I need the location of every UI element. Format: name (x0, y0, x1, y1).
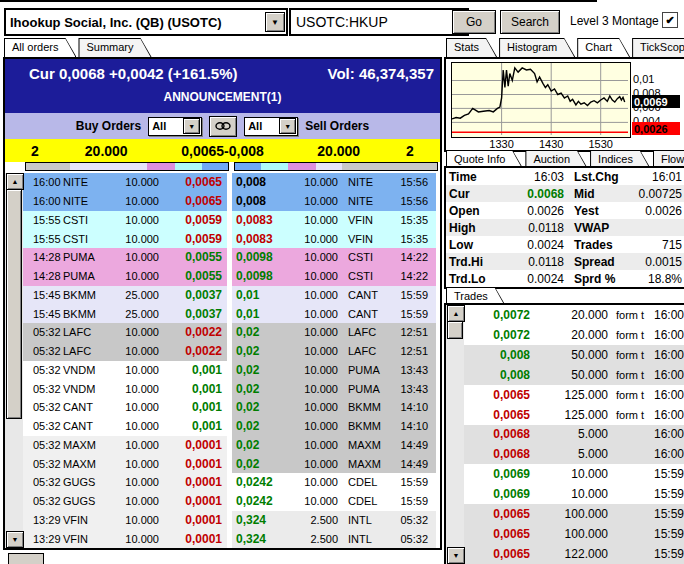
ask-side: 0,0210.000MAXM14:49 (232, 454, 436, 473)
trade-price: 0,0069 (464, 487, 530, 501)
trade-time: 15:59:58 (654, 527, 684, 541)
quote-field-label: Time (446, 170, 502, 184)
depth-color-segment (235, 163, 261, 170)
buy-order-count: 2 (5, 143, 65, 159)
order-book-row[interactable]: 14:28PUMA10.0000,00550,009810.000CSTI14:… (23, 267, 440, 286)
tab-stats[interactable]: Stats (446, 38, 497, 57)
tab-chart[interactable]: Chart (577, 38, 630, 57)
link-filters-button[interactable] (209, 116, 237, 137)
buy-filter-select[interactable]: All ▼ (148, 117, 202, 136)
symbol-select[interactable]: Ihookup Social, Inc. (QB) (USOTC) ▼ (4, 8, 288, 36)
ask-price: 0,0083 (232, 232, 294, 246)
trade-row[interactable]: 0,0065100.00015:59:58 (464, 524, 684, 544)
scrollbar-thumb[interactable] (447, 321, 463, 339)
ask-time: 15:59 (394, 476, 436, 488)
search-button[interactable]: Search (500, 10, 560, 34)
chevron-down-icon[interactable]: ▼ (265, 12, 285, 32)
trade-row[interactable]: 0,00685.00016:00:00 (464, 444, 684, 464)
bid-market-maker: VFIN (63, 514, 109, 526)
order-book-row[interactable]: 05:32GUGS10.0000,00010,024210.000CDEL15:… (23, 492, 440, 511)
tab-tickscope[interactable]: TickScope (632, 38, 684, 57)
trade-row[interactable]: 0,0065100.00015:59:58 (464, 504, 684, 524)
trade-row[interactable]: 0,0065125.000form t16:00:07 (464, 385, 684, 405)
bid-side: 05:32LAFC10.0000,0022 (23, 342, 227, 361)
trade-time: 15:59:58 (654, 507, 684, 521)
ask-market-maker: VFIN (344, 214, 394, 226)
tab-summary[interactable]: Summary (78, 38, 151, 57)
trade-row[interactable]: 0,007220.000form t16:00:26 (464, 305, 684, 325)
symbol-input[interactable] (289, 8, 469, 36)
chevron-down-icon[interactable]: ▼ (183, 118, 200, 134)
bid-price: 0,0059 (165, 232, 227, 246)
order-book-row[interactable]: 14:28PUMA10.0000,00550,009810.000CSTI14:… (23, 248, 440, 267)
order-book-row[interactable]: 05:32GUGS10.0000,00010,024210.000CDEL15:… (23, 473, 440, 492)
order-book-row[interactable]: 05:32CANT10.0000,0010,0210.000BKMM14:10 (23, 398, 440, 417)
scroll-down-button[interactable]: ▼ (6, 531, 24, 548)
bid-market-maker: VNDM (63, 364, 109, 376)
ask-side: 0,0210.000LAFC12:51 (232, 323, 436, 342)
scroll-up-button[interactable]: ▲ (6, 173, 24, 190)
order-book-row[interactable]: 13:29VFIN10.0000,00010,3242.500INTL05:32 (23, 511, 440, 530)
bid-side: 15:55CSTI10.0000,0059 (23, 229, 227, 248)
go-button[interactable]: Go (452, 10, 496, 34)
montage-scrollbar[interactable]: ▲ ▼ (5, 173, 23, 548)
trade-size: 125.000 (530, 388, 610, 402)
order-book-row[interactable]: 15:45BKMM25.0000,00370,0110.000CANT15:59 (23, 304, 440, 323)
tab-all-orders[interactable]: All orders (4, 38, 76, 57)
sell-depth-strip (234, 162, 438, 171)
order-book-row[interactable]: 15:55CSTI10.0000,00590,008310.000VFIN15:… (23, 229, 440, 248)
trade-time: 15:59:59 (654, 467, 684, 481)
bottom-tab-stub[interactable] (8, 553, 44, 564)
trade-size: 125.000 (530, 408, 610, 422)
order-book-row[interactable]: 15:45BKMM25.0000,00370,0110.000CANT15:59 (23, 286, 440, 305)
order-book-row[interactable]: 16:00NITE10.0000,00650,00810.000NITE15:5… (23, 173, 440, 192)
trade-row[interactable]: 0,0065125.000form t16:00:07 (464, 405, 684, 425)
order-book-row[interactable]: 05:32LAFC10.0000,00220,0210.000LAFC12:51 (23, 342, 440, 361)
ask-side: 0,024210.000CDEL15:59 (232, 473, 436, 492)
quote-field-label: Open (446, 204, 502, 218)
trade-row[interactable]: 0,007220.000form t16:00:26 (464, 325, 684, 345)
trade-row[interactable]: 0,006910.00015:59:59 (464, 464, 684, 484)
trade-time: 16:00:10 (654, 368, 684, 382)
trade-row[interactable]: 0,006910.00015:59:59 (464, 484, 684, 504)
ask-size: 10.000 (294, 233, 344, 245)
order-book-row[interactable]: 16:00NITE10.0000,00650,00810.000NITE15:5… (23, 192, 440, 211)
bid-size: 10.000 (109, 533, 165, 545)
order-book-row[interactable]: 15:55CSTI10.0000,00590,008310.000VFIN15:… (23, 211, 440, 230)
trades-scrollbar[interactable]: ▲ ▼ (446, 305, 464, 564)
scrollbar-thumb[interactable] (6, 189, 22, 419)
trade-row[interactable]: 0,0065122.00015:59:52 (464, 544, 684, 564)
order-book-row[interactable]: 05:32MAXM10.0000,00010,0210.000MAXM14:49 (23, 436, 440, 455)
trade-size: 5.000 (530, 447, 610, 461)
trade-row[interactable]: 0,00685.00016:00:00 (464, 425, 684, 445)
ask-size: 10.000 (294, 195, 344, 207)
trade-size: 10.000 (530, 487, 610, 501)
ask-market-maker: MAXM (344, 458, 394, 470)
order-book-row[interactable]: 05:32MAXM10.0000,00010,0210.000MAXM14:49 (23, 454, 440, 473)
ask-market-maker: PUMA (344, 364, 394, 376)
scroll-down-button[interactable]: ▼ (447, 547, 465, 564)
chevron-down-icon[interactable]: ▼ (279, 118, 296, 134)
price-line-chart (452, 63, 628, 135)
sell-filter-select[interactable]: All ▼ (244, 117, 298, 136)
level3-montage-checkbox[interactable]: ✔ (662, 12, 678, 28)
announcement-link[interactable]: ANNOUNCEMENT(1) (5, 90, 440, 104)
ask-time: 15:35 (394, 233, 436, 245)
order-book-row[interactable]: 05:32CANT10.0000,0010,0210.000BKMM14:10 (23, 417, 440, 436)
order-book-row[interactable]: 05:32VNDM10.0000,0010,0210.000PUMA13:43 (23, 379, 440, 398)
x-axis-tick-label: 1430 (539, 138, 563, 150)
ask-price: 0,0242 (232, 494, 294, 508)
order-book-row[interactable]: 05:32LAFC10.0000,00220,0210.000LAFC12:51 (23, 323, 440, 342)
trade-row[interactable]: 0,00850.000form t16:00:10 (464, 345, 684, 365)
bid-side: 16:00NITE10.0000,0065 (23, 173, 227, 192)
order-book-row[interactable]: 05:32VNDM10.0000,0010,0210.000PUMA13:43 (23, 361, 440, 380)
quote-info-panel: Time16:03Lst.Chg16:01Cur0.0068Mid0.00725… (444, 166, 684, 289)
tab-histogram[interactable]: Histogram (499, 38, 575, 57)
bid-size: 10.000 (109, 251, 165, 263)
bid-market-maker: NITE (63, 176, 109, 188)
scroll-up-button[interactable]: ▲ (447, 305, 465, 322)
tab-label: Stats (446, 38, 497, 53)
order-book-row[interactable]: 13:29VFIN10.0000,00010,3242.500INTL05:32 (23, 529, 440, 548)
bid-side: 15:45BKMM25.0000,0037 (23, 304, 227, 323)
trade-row[interactable]: 0,00850.000form t16:00:10 (464, 365, 684, 385)
